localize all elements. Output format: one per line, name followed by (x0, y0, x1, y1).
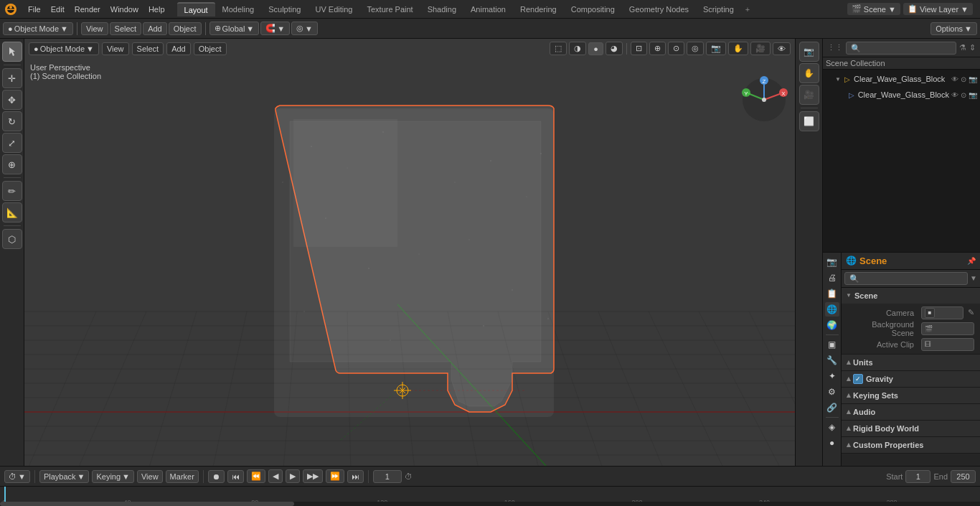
outliner-item-0[interactable]: ▼ ▷ Clear_Wave_Glass_Block 👁 ⊙ 📷 (823, 71, 980, 87)
jump-end-btn[interactable]: ⏭ (347, 470, 364, 483)
vp-view-btn[interactable]: View (102, 42, 129, 55)
select-menu-btn[interactable]: Select (110, 22, 142, 35)
toggle-render-btn[interactable]: 🎥 (750, 42, 771, 55)
props-search-input[interactable] (844, 272, 968, 285)
cursor-tool-btn[interactable]: ✛ (2, 68, 22, 88)
prop-object-icon-btn[interactable]: ▣ (825, 337, 839, 352)
view-menu-btn[interactable]: View (81, 22, 108, 35)
transform-tool-btn[interactable]: ⊕ (2, 154, 22, 174)
annotate-tool-btn[interactable]: ✏ (2, 181, 22, 201)
shading-rendered-btn[interactable]: ● (588, 42, 603, 55)
hand-tool-btn[interactable]: ✋ (799, 63, 819, 83)
playback-btn[interactable]: Playback ▼ (39, 470, 90, 483)
prop-particles-icon-btn[interactable]: ✦ (825, 369, 839, 383)
vp-select-btn[interactable]: Select (132, 42, 164, 55)
gravity-checkbox[interactable]: ✓ (853, 374, 863, 384)
rotate-tool-btn[interactable]: ↻ (2, 111, 22, 131)
toggle-camera-btn[interactable]: 📷 (706, 42, 726, 55)
outliner-hide-btn-1[interactable]: 👁 (951, 91, 958, 99)
scene-selector[interactable]: 🎬 Scene ▼ (847, 3, 900, 15)
section-audio-header[interactable]: ▶ Audio (842, 404, 980, 420)
keying-btn[interactable]: Keying ▼ (92, 470, 134, 483)
vp-add-btn[interactable]: Add (166, 42, 191, 55)
scale-tool-btn[interactable]: ⤢ (2, 133, 22, 153)
prop-constraints-icon-btn[interactable]: 🔗 (825, 400, 839, 415)
shading-material-btn[interactable]: ◕ (606, 42, 623, 55)
camera-perspective-btn[interactable]: 📷 (799, 42, 819, 62)
start-frame-input[interactable] (905, 470, 930, 483)
prop-physics-icon-btn[interactable]: ⚙ (825, 385, 839, 399)
overlay-btn[interactable]: ⊡ (631, 42, 647, 55)
tab-compositing[interactable]: Compositing (564, 3, 622, 16)
transform-orient-btn[interactable]: ⊕ Global ▼ (209, 22, 260, 35)
tab-layout[interactable]: Layout (177, 2, 215, 17)
prop-modifier-icon-btn[interactable]: 🔧 (825, 353, 839, 367)
toggle-view-btn[interactable]: 👁 (773, 42, 791, 55)
snap-btn[interactable]: 🧲 ▼ (260, 22, 290, 35)
prop-data-icon-btn[interactable]: ◈ (825, 420, 839, 434)
menu-window[interactable]: Window (105, 4, 143, 15)
record-btn[interactable]: ⏺ (208, 470, 225, 483)
measure-tool-btn[interactable]: 📐 (2, 202, 22, 222)
prop-material-icon-btn[interactable]: ● (825, 436, 839, 450)
tab-uv-editing[interactable]: UV Editing (308, 3, 359, 16)
next-frame-btn[interactable]: ⏩ (326, 469, 344, 483)
prop-viewlayer-icon-btn[interactable]: 📋 (825, 286, 839, 301)
prop-scene-icon-btn[interactable]: 🌐 (825, 302, 839, 317)
props-filter-btn[interactable]: ▼ (970, 274, 977, 282)
section-gravity-header[interactable]: ▶ ✓ Gravity (842, 371, 980, 387)
add-primitive-btn[interactable]: ⬡ (2, 229, 22, 249)
proportional-header-btn[interactable]: ◎ (687, 42, 704, 55)
object-menu-btn[interactable]: Object (169, 22, 202, 35)
outliner-hide-btn-0[interactable]: 👁 (951, 75, 958, 83)
next-keyframe-btn[interactable]: ▶▶ (303, 469, 323, 483)
outliner-render-btn-0[interactable]: 📷 (969, 75, 977, 83)
menu-edit[interactable]: Edit (46, 4, 70, 15)
tab-scripting[interactable]: Scripting (696, 3, 741, 16)
navigation-gizmo[interactable]: Z X Y (739, 75, 789, 125)
outliner-expand-0[interactable]: ▼ (834, 75, 842, 83)
tab-texture-paint[interactable]: Texture Paint (359, 3, 420, 16)
current-frame-input[interactable] (373, 470, 402, 483)
outliner-sort-btn[interactable]: ⇕ (969, 43, 976, 52)
vp-object-btn[interactable]: Object (194, 42, 227, 55)
active-clip-value-field[interactable]: 🎞 (921, 338, 974, 351)
menu-help[interactable]: Help (143, 4, 170, 15)
outliner-search-input[interactable] (846, 42, 956, 55)
prop-render-icon-btn[interactable]: 📷 (825, 255, 839, 269)
add-menu-btn[interactable]: Add (143, 22, 167, 35)
end-frame-input[interactable] (951, 470, 976, 483)
options-btn[interactable]: Options ▼ (930, 22, 977, 35)
tab-geometry-nodes[interactable]: Geometry Nodes (622, 3, 696, 16)
select-tool-btn[interactable] (2, 42, 22, 62)
timeline-mode-btn[interactable]: ⏱ ▼ (4, 470, 30, 483)
outliner-select-btn-0[interactable]: ⊙ (961, 75, 966, 83)
prop-world-icon-btn[interactable]: 🌍 (825, 318, 839, 332)
camera-edit-btn[interactable]: ✎ (968, 308, 974, 317)
object-mode-btn[interactable]: ● Object Mode ▼ (3, 22, 73, 35)
section-units-header[interactable]: ▶ Units (842, 355, 980, 370)
bg-scene-value-field[interactable]: 🎬 (921, 322, 974, 335)
tab-shading[interactable]: Shading (420, 3, 463, 16)
outliner-filter-btn[interactable]: ⚗ (959, 43, 966, 52)
outliner-select-btn-1[interactable]: ⊙ (961, 91, 966, 99)
timeline-ruler-area[interactable]: 0 40 80 120 160 200 240 280 (0, 486, 980, 506)
view-layer-selector[interactable]: 📋 View Layer ▼ (903, 3, 973, 15)
section-rigid-header[interactable]: ▶ Rigid Body World (842, 421, 980, 436)
viewport-mode-btn[interactable]: ● Object Mode ▼ (29, 42, 99, 55)
prev-keyframe-btn[interactable]: ◀ (268, 469, 283, 483)
render-region-btn[interactable]: ⬜ (799, 111, 819, 131)
shading-solid-btn[interactable]: ◑ (569, 42, 586, 55)
move-tool-btn[interactable]: ✥ (2, 90, 22, 110)
camera-btn2[interactable]: 🎥 (799, 85, 819, 105)
proportional-btn[interactable]: ◎ ▼ (291, 22, 318, 35)
tab-rendering[interactable]: Rendering (513, 3, 564, 16)
camera-value-field[interactable]: ■ (921, 306, 963, 319)
section-keying-header[interactable]: ▶ Keying Sets (842, 388, 980, 403)
tab-add[interactable]: + (741, 4, 754, 15)
prev-frame-btn[interactable]: ⏪ (247, 469, 265, 483)
section-custom-header[interactable]: ▶ Custom Properties (842, 437, 980, 453)
gizmo-btn[interactable]: ⊕ (649, 42, 666, 55)
jump-start-btn[interactable]: ⏮ (227, 470, 244, 483)
snap-header-btn[interactable]: ⊙ (668, 42, 684, 55)
